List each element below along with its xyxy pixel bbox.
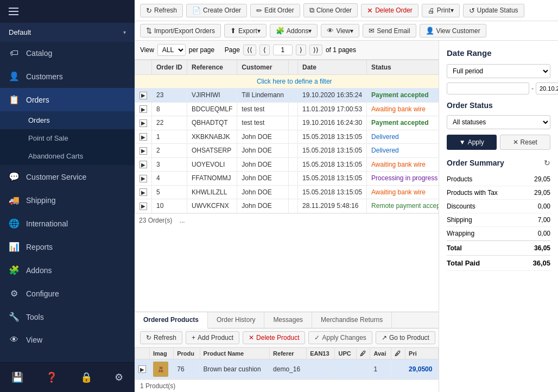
product-row[interactable]: ▶ 🧸 76 Brown bear cushion demo_16: [135, 359, 439, 380]
sidebar-item-orders[interactable]: 📋 Orders: [0, 88, 135, 111]
pcol-product-id[interactable]: Produ: [174, 348, 200, 359]
apply-changes-button[interactable]: ✓ Apply Changes: [308, 331, 372, 344]
go-to-product-button[interactable]: ↗ Go to Product: [376, 331, 435, 344]
pcol-referer[interactable]: Referer: [270, 348, 307, 359]
page-label: Page: [225, 46, 240, 54]
add-product-button[interactable]: + Add Product: [186, 331, 239, 344]
expand-button[interactable]: ▶: [140, 203, 147, 210]
col-customer[interactable]: Customer: [237, 60, 289, 75]
col-date[interactable]: Date: [297, 60, 366, 75]
refresh-button[interactable]: ↻ Refresh: [140, 4, 183, 17]
order-status: Processing in progress: [367, 172, 439, 186]
settings-icon[interactable]: ⚙: [108, 368, 130, 387]
first-page-button[interactable]: ⟨⟨: [243, 45, 256, 55]
pcol-edit2[interactable]: 🖊: [391, 348, 405, 359]
pcol-price[interactable]: Pri: [405, 348, 439, 359]
sidebar-item-label: Catalog: [26, 49, 52, 58]
sidebar-item-shipping[interactable]: 🚚 Shipping: [0, 188, 135, 212]
edit-order-button[interactable]: ✏ Edit Order: [250, 4, 300, 17]
pcol-product-name[interactable]: Product Name: [200, 348, 270, 359]
table-row[interactable]: ▶ 5 KHWLILZLL John DOE 15.05.2018 13:15:…: [135, 185, 439, 199]
col-expand: [135, 60, 152, 75]
delete-order-button[interactable]: ✕ Delete Order: [361, 4, 418, 17]
sidebar-sub-item-point-of-sale[interactable]: Point of Sale: [0, 129, 135, 147]
expand-button[interactable]: ▶: [140, 161, 147, 168]
col-status[interactable]: Status: [367, 60, 439, 75]
date-to-input[interactable]: [536, 83, 558, 94]
prev-page-button[interactable]: ⟨: [259, 45, 270, 55]
view-customer-button[interactable]: 👤 View Customer: [420, 24, 486, 37]
sidebar-item-configure[interactable]: ⚙ Configure: [0, 282, 135, 305]
pcol-availability[interactable]: Avai: [370, 348, 391, 359]
sidebar-default-shop[interactable]: Default ▾: [0, 23, 135, 42]
sidebar-sub-item-orders[interactable]: Orders: [0, 111, 135, 129]
tab-order-history[interactable]: Order History: [208, 312, 264, 328]
lock-icon[interactable]: 🔒: [74, 368, 99, 387]
create-order-button[interactable]: 📄 Create Order: [186, 4, 247, 17]
summary-value: 0,00: [538, 203, 550, 210]
addons-button[interactable]: 🧩 Addons▾: [270, 24, 318, 37]
sidebar-item-tools[interactable]: 🔧 Tools: [0, 305, 135, 328]
expand-button[interactable]: ▶: [140, 175, 147, 182]
date-from-input[interactable]: [447, 83, 529, 94]
table-row[interactable]: ▶ 10 UWVKCFNX John DOE 28.11.2019 5:48:1…: [135, 199, 439, 213]
expand-button[interactable]: ▶: [140, 188, 147, 196]
tab-merchandise-returns[interactable]: Merchandise Returns: [312, 312, 392, 328]
table-row[interactable]: ▶ 3 UOYEVOLI John DOE 15.05.2018 13:15:0…: [135, 157, 439, 172]
save-icon[interactable]: 💾: [5, 368, 30, 387]
per-page-select[interactable]: ALL 10 20 50: [157, 44, 186, 56]
page-input[interactable]: [273, 45, 293, 55]
sidebar-menu-toggle[interactable]: [0, 0, 135, 23]
view-dropdown-button[interactable]: 👁 View▾: [321, 24, 359, 37]
sidebar-item-reports[interactable]: 📊 Reports: [0, 235, 135, 258]
help-icon[interactable]: ❓: [39, 368, 64, 387]
clone-order-button[interactable]: ⧉ Clone Order: [303, 3, 358, 17]
last-page-button[interactable]: ⟩⟩: [309, 45, 322, 55]
refresh-products-button[interactable]: ↻ Refresh: [140, 331, 182, 344]
pcol-image[interactable]: Imag: [150, 348, 174, 359]
sidebar-item-view[interactable]: 👁 View: [0, 328, 135, 351]
order-status-select[interactable]: All statuses Payment accepted Awaiting b…: [447, 115, 550, 129]
tab-messages[interactable]: Messages: [264, 312, 312, 328]
import-export-button[interactable]: ⇅ Import/Export Orders: [140, 24, 221, 37]
table-row[interactable]: ▶ 23 VJIRHIWI Till Lindemann 19.10.2020 …: [135, 88, 439, 103]
update-status-button[interactable]: ↺ Update Status: [463, 4, 524, 17]
print-button[interactable]: 🖨 Print▾: [422, 4, 460, 17]
pcol-upc[interactable]: UPC: [335, 348, 356, 359]
col-order-id[interactable]: Order ID: [152, 60, 187, 75]
table-row[interactable]: ▶ 1 XKBKNABJK John DOE 15.05.2018 13:15:…: [135, 130, 439, 144]
sidebar-item-catalog[interactable]: 🏷 Catalog: [0, 42, 135, 65]
col-reference[interactable]: Reference: [187, 60, 237, 75]
expand-button[interactable]: ▶: [140, 92, 147, 99]
next-page-button[interactable]: ⟩: [296, 45, 306, 55]
content-area: View ALL 10 20 50 per page Page ⟨⟨ ⟨ ⟩ ⟩…: [135, 41, 558, 392]
apply-button[interactable]: ▼ Apply: [447, 135, 497, 150]
pcol-edit1[interactable]: 🖊: [356, 348, 370, 359]
send-email-button[interactable]: ✉ Send Email: [363, 24, 416, 37]
table-row[interactable]: ▶ 2 OHSATSERP John DOE 15.05.2018 13:15:…: [135, 144, 439, 158]
expand-button[interactable]: ▶: [140, 119, 147, 127]
sidebar-item-international[interactable]: 🌐 International: [0, 212, 135, 235]
expand-button[interactable]: ▶: [140, 105, 147, 113]
sidebar-item-customer-service[interactable]: 💬 Customer Service: [0, 165, 135, 188]
export-button[interactable]: ⬆ Export▾: [224, 24, 267, 37]
pcol-ean13[interactable]: EAN13: [307, 348, 335, 359]
expand-button[interactable]: ▶: [140, 147, 147, 155]
reset-button[interactable]: ✕ Reset: [500, 135, 551, 150]
table-row[interactable]: ▶ 22 QBHADTQT test test 19.10.2016 16:24…: [135, 116, 439, 130]
product-expand-button[interactable]: ▶: [138, 365, 146, 373]
tab-ordered-products[interactable]: Ordered Products: [135, 312, 208, 328]
summary-refresh-icon[interactable]: ↻: [544, 159, 550, 167]
table-row[interactable]: ▶ 8 BDCUEQMLF test test 11.01.2019 17:00…: [135, 102, 439, 116]
sidebar-item-addons[interactable]: 🧩 Addons: [0, 258, 135, 282]
date-range-select[interactable]: Full period Today This week This month: [447, 64, 550, 78]
sidebar-item-customers[interactable]: 👤 Customers: [0, 65, 135, 88]
table-row[interactable]: ▶ 4 FFATNOMMJ John DOE 15.05.2018 13:15:…: [135, 172, 439, 186]
delete-product-button[interactable]: ✕ Delete Product: [243, 331, 305, 344]
product-availability: 1: [370, 359, 391, 380]
filter-row[interactable]: Click here to define a filter: [135, 75, 439, 88]
sidebar-sub-item-abandoned-carts[interactable]: Abandoned Carts: [0, 147, 135, 165]
order-date: 15.05.2018 13:15:05: [297, 157, 366, 172]
summary-value: 7,00: [538, 216, 550, 224]
expand-button[interactable]: ▶: [140, 133, 147, 141]
